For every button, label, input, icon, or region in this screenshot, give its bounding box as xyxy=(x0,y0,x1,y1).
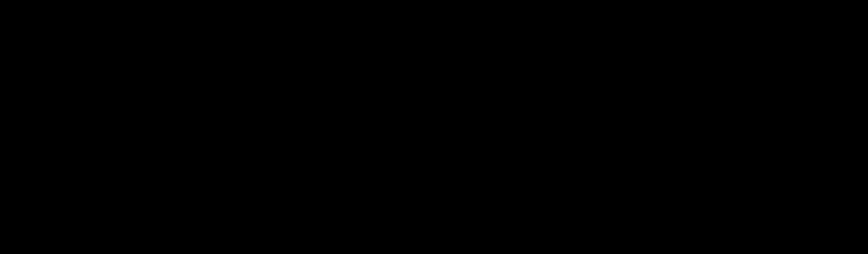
histogram-view xyxy=(0,0,868,254)
gridline-top xyxy=(0,0,868,1)
